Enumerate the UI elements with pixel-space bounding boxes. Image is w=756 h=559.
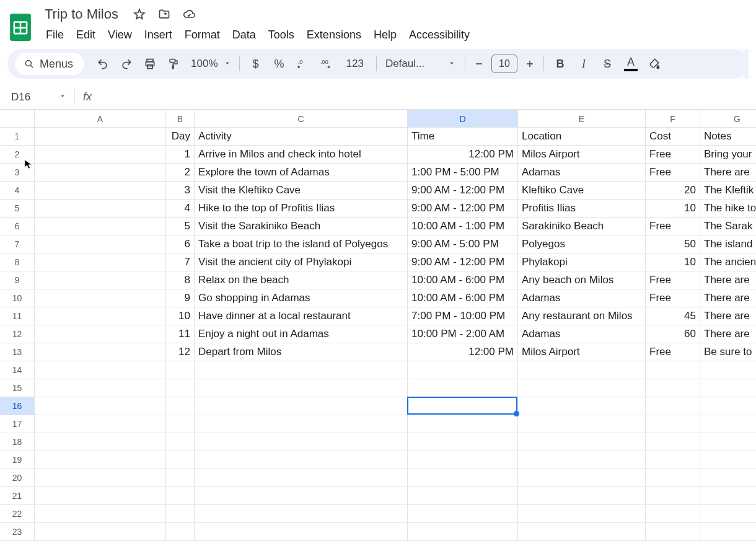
cell-C19[interactable] (195, 451, 408, 469)
cell-D22[interactable] (408, 505, 518, 523)
cell-E14[interactable] (518, 361, 646, 379)
cell-E13[interactable]: Milos Airport (518, 343, 646, 361)
cell-C18[interactable] (195, 433, 408, 451)
row-header-11[interactable]: 11 (0, 307, 35, 325)
cell-B2[interactable]: 1 (166, 146, 195, 164)
cell-G17[interactable] (700, 415, 756, 433)
cell-F11[interactable]: 45 (646, 307, 700, 325)
increase-decimal-button[interactable]: .00 (315, 53, 338, 75)
cell-F15[interactable] (646, 379, 700, 397)
row-header-15[interactable]: 15 (0, 379, 35, 397)
row-header-21[interactable]: 21 (0, 487, 35, 505)
cell-G22[interactable] (700, 505, 756, 523)
cell-C11[interactable]: Have dinner at a local restaurant (195, 307, 408, 325)
cell-D8[interactable]: 9:00 AM - 12:00 PM (408, 253, 518, 271)
cell-E7[interactable]: Polyegos (518, 235, 646, 253)
cell-G6[interactable]: The Sarak (700, 218, 756, 235)
cell-E9[interactable]: Any beach on Milos (518, 271, 646, 289)
cell-A1[interactable] (35, 128, 166, 146)
fill-color-button[interactable] (643, 53, 666, 75)
star-icon[interactable] (132, 7, 147, 22)
cell-E22[interactable] (518, 505, 646, 523)
cell-B12[interactable]: 11 (166, 325, 195, 343)
cell-F21[interactable] (646, 487, 700, 505)
cell-E20[interactable] (518, 469, 646, 487)
column-header-E[interactable]: E (518, 110, 646, 128)
cell-A6[interactable] (35, 218, 166, 235)
cell-G14[interactable] (700, 361, 756, 379)
cell-B21[interactable] (166, 487, 195, 505)
cell-F1[interactable]: Cost (646, 128, 700, 146)
cell-F3[interactable]: Free (646, 164, 700, 182)
cell-G20[interactable] (700, 469, 756, 487)
cell-C13[interactable]: Depart from Milos (195, 343, 408, 361)
cell-F20[interactable] (646, 469, 700, 487)
cell-A8[interactable] (35, 253, 166, 271)
cell-A14[interactable] (35, 361, 166, 379)
cell-E6[interactable]: Sarakiniko Beach (518, 218, 646, 235)
cell-A17[interactable] (35, 415, 166, 433)
row-header-19[interactable]: 19 (0, 451, 35, 469)
cell-D17[interactable] (408, 415, 518, 433)
cell-D10[interactable]: 10:00 AM - 6:00 PM (408, 289, 518, 307)
text-color-button[interactable]: A (620, 53, 642, 75)
cell-D18[interactable] (408, 433, 518, 451)
percent-format-button[interactable]: % (268, 53, 291, 75)
cell-A12[interactable] (35, 325, 166, 343)
cell-D14[interactable] (408, 361, 518, 379)
cell-F2[interactable]: Free (646, 146, 700, 164)
row-header-12[interactable]: 12 (0, 325, 35, 343)
cell-G1[interactable]: Notes (700, 128, 756, 146)
cell-B5[interactable]: 4 (166, 200, 195, 218)
cell-A21[interactable] (35, 487, 166, 505)
menu-accessibility[interactable]: Accessibility (404, 26, 475, 44)
row-header-5[interactable]: 5 (0, 200, 35, 218)
cell-G8[interactable]: The ancien (700, 253, 756, 271)
cell-D5[interactable]: 9:00 AM - 12:00 PM (408, 200, 518, 218)
cell-B18[interactable] (166, 433, 195, 451)
cell-A4[interactable] (35, 182, 166, 200)
cell-A23[interactable] (35, 523, 166, 541)
cell-E3[interactable]: Adamas (518, 164, 646, 182)
cell-E19[interactable] (518, 451, 646, 469)
select-all-corner[interactable] (0, 110, 35, 128)
cell-G16[interactable] (700, 397, 756, 415)
column-header-B[interactable]: B (166, 110, 195, 128)
row-header-16[interactable]: 16 (0, 397, 35, 415)
cell-B10[interactable]: 9 (166, 289, 195, 307)
decrease-decimal-button[interactable]: .0 (292, 53, 314, 75)
cell-C2[interactable]: Arrive in Milos and check into hotel (195, 146, 408, 164)
cell-D6[interactable]: 10:00 AM - 1:00 PM (408, 218, 518, 235)
print-button[interactable] (139, 53, 161, 75)
name-box[interactable]: D16 (0, 85, 74, 109)
cell-C17[interactable] (195, 415, 408, 433)
cell-B6[interactable]: 5 (166, 218, 195, 235)
bold-button[interactable]: B (549, 53, 571, 75)
cell-D3[interactable]: 1:00 PM - 5:00 PM (408, 164, 518, 182)
cell-E8[interactable]: Phylakopi (518, 253, 646, 271)
decrease-font-size-button[interactable] (470, 53, 488, 75)
row-header-13[interactable]: 13 (0, 343, 35, 361)
cell-F22[interactable] (646, 505, 700, 523)
cell-G9[interactable]: There are (700, 271, 756, 289)
row-header-14[interactable]: 14 (0, 361, 35, 379)
cell-B14[interactable] (166, 361, 195, 379)
cell-C5[interactable]: Hike to the top of Profitis Ilias (195, 200, 408, 218)
cell-D20[interactable] (408, 469, 518, 487)
column-header-C[interactable]: C (195, 110, 408, 128)
cell-E1[interactable]: Location (518, 128, 646, 146)
cell-A20[interactable] (35, 469, 166, 487)
cell-E10[interactable]: Adamas (518, 289, 646, 307)
cell-D7[interactable]: 9:00 AM - 5:00 PM (408, 235, 518, 253)
cell-E11[interactable]: Any restaurant on Milos (518, 307, 646, 325)
cell-E2[interactable]: Milos Airport (518, 146, 646, 164)
cell-F19[interactable] (646, 451, 700, 469)
column-header-F[interactable]: F (646, 110, 700, 128)
row-header-7[interactable]: 7 (0, 235, 35, 253)
cell-G13[interactable]: Be sure to (700, 343, 756, 361)
cell-A22[interactable] (35, 505, 166, 523)
cell-A13[interactable] (35, 343, 166, 361)
cell-E15[interactable] (518, 379, 646, 397)
cell-C23[interactable] (195, 523, 408, 541)
cell-G12[interactable]: There are (700, 325, 756, 343)
